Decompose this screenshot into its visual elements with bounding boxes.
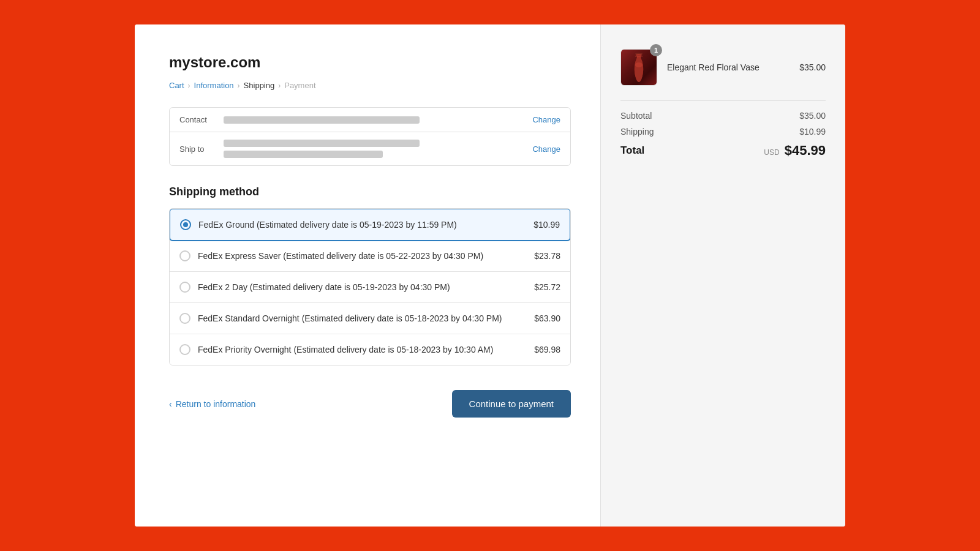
- shipping-total-value: $10.99: [799, 127, 826, 137]
- breadcrumb-sep-2: ›: [238, 81, 240, 90]
- shipping-label-fedex-express-saver: FedEx Express Saver (Estimated delivery …: [198, 251, 527, 261]
- shipping-price-fedex-express-saver: $23.78: [534, 251, 560, 261]
- grand-total-right: USD $45.99: [764, 143, 826, 159]
- vase-svg: [629, 53, 649, 82]
- breadcrumb-information[interactable]: Information: [194, 81, 234, 90]
- left-panel: mystore.com Cart › Information › Shippin…: [135, 24, 600, 527]
- return-link-label: Return to information: [176, 399, 256, 409]
- shipping-label-fedex-ground: FedEx Ground (Estimated delivery date is…: [198, 220, 526, 230]
- shipping-label-fedex-standard-overnight: FedEx Standard Overnight (Estimated deli…: [198, 313, 527, 323]
- shipto-label: Ship to: [179, 144, 216, 154]
- grand-total-row: Total USD $45.99: [620, 143, 826, 159]
- usd-label: USD: [764, 148, 779, 157]
- shipping-option-fedex-ground[interactable]: FedEx Ground (Estimated delivery date is…: [169, 208, 571, 241]
- order-item-row: 1 Elegant Red Floral Vase $35.00: [620, 49, 826, 86]
- total-label: Total: [620, 144, 644, 157]
- contact-change-link[interactable]: Change: [532, 115, 560, 124]
- shipping-option-fedex-express-saver[interactable]: FedEx Express Saver (Estimated delivery …: [170, 241, 570, 272]
- breadcrumb-cart[interactable]: Cart: [169, 81, 184, 90]
- item-image-wrap: 1: [620, 49, 657, 86]
- radio-fedex-2day[interactable]: [179, 282, 190, 293]
- order-summary-panel: 1 Elegant Red Floral Vase $35.00 Subtota…: [600, 24, 845, 527]
- contact-shipinfo-box: Contact Change Ship to Change: [169, 107, 571, 166]
- shipto-change-link[interactable]: Change: [532, 144, 560, 154]
- breadcrumb-sep-3: ›: [278, 81, 281, 90]
- radio-fedex-standard-overnight[interactable]: [179, 313, 190, 324]
- radio-fedex-priority-overnight[interactable]: [179, 344, 190, 355]
- shipto-row: Ship to Change: [170, 132, 570, 165]
- svg-point-0: [635, 62, 643, 67]
- breadcrumb-shipping: Shipping: [244, 81, 275, 90]
- shipto-line1-bar: [224, 140, 420, 147]
- shipping-methods-list: FedEx Ground (Estimated delivery date is…: [169, 208, 571, 365]
- shipto-line2-bar: [224, 151, 383, 158]
- continue-to-payment-button[interactable]: Continue to payment: [452, 390, 571, 418]
- contact-row: Contact Change: [170, 108, 570, 132]
- shipping-label-fedex-2day: FedEx 2 Day (Estimated delivery date is …: [198, 282, 527, 292]
- breadcrumb: Cart › Information › Shipping › Payment: [169, 81, 571, 90]
- breadcrumb-sep-1: ›: [188, 81, 190, 90]
- shipping-price-fedex-standard-overnight: $63.90: [534, 313, 560, 323]
- store-name: mystore.com: [169, 54, 571, 71]
- item-image-inner: [621, 50, 657, 85]
- checkout-container: mystore.com Cart › Information › Shippin…: [135, 24, 845, 527]
- shipping-total-label: Shipping: [620, 127, 654, 137]
- return-to-information-link[interactable]: ‹ Return to information: [169, 399, 255, 409]
- breadcrumb-payment: Payment: [284, 81, 315, 90]
- shipping-option-fedex-priority-overnight[interactable]: FedEx Priority Overnight (Estimated deli…: [170, 334, 570, 365]
- shipping-price-fedex-ground: $10.99: [533, 220, 560, 230]
- subtotal-row: Subtotal $35.00: [620, 111, 826, 121]
- shipping-option-fedex-2day[interactable]: FedEx 2 Day (Estimated delivery date is …: [170, 272, 570, 303]
- order-totals: Subtotal $35.00 Shipping $10.99 Total US…: [620, 100, 826, 159]
- shipping-price-fedex-2day: $25.72: [534, 282, 560, 292]
- subtotal-value: $35.00: [799, 111, 826, 121]
- item-quantity-badge: 1: [650, 44, 662, 56]
- contact-value-bar: [224, 116, 420, 124]
- bottom-actions: ‹ Return to information Continue to paym…: [169, 390, 571, 418]
- total-value: $45.99: [785, 143, 826, 159]
- shipping-price-fedex-priority-overnight: $69.98: [534, 345, 560, 354]
- shipto-value-col: [224, 140, 525, 158]
- radio-fedex-ground[interactable]: [180, 219, 191, 230]
- shipping-label-fedex-priority-overnight: FedEx Priority Overnight (Estimated deli…: [198, 345, 527, 354]
- contact-label: Contact: [179, 115, 216, 124]
- chevron-left-icon: ‹: [169, 399, 172, 409]
- item-price: $35.00: [799, 62, 826, 72]
- shipping-row: Shipping $10.99: [620, 127, 826, 137]
- shipping-option-fedex-standard-overnight[interactable]: FedEx Standard Overnight (Estimated deli…: [170, 303, 570, 334]
- item-name: Elegant Red Floral Vase: [667, 62, 790, 72]
- subtotal-label: Subtotal: [620, 111, 652, 121]
- radio-fedex-express-saver[interactable]: [179, 250, 190, 261]
- shipping-method-title: Shipping method: [169, 186, 571, 198]
